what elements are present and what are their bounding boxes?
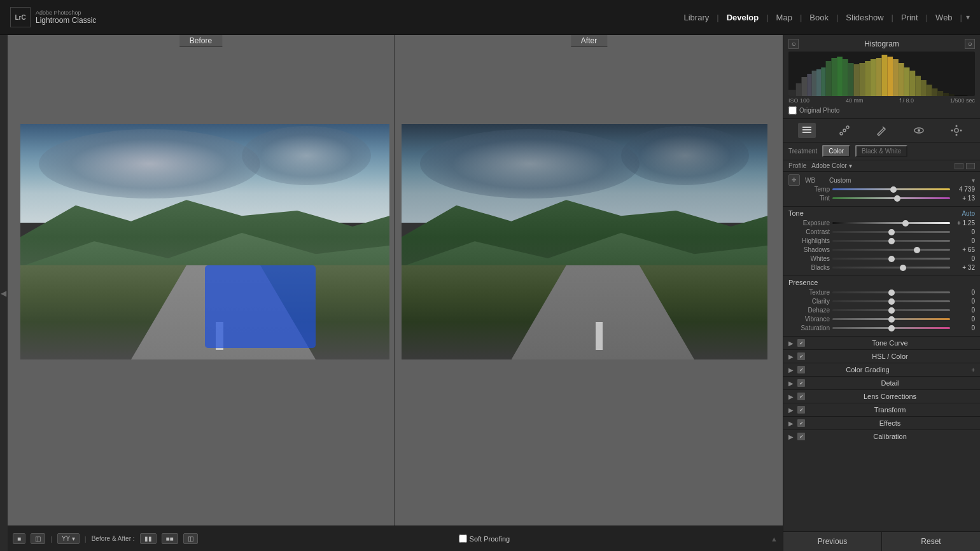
previous-button[interactable]: Previous bbox=[783, 532, 882, 551]
shadows-track[interactable] bbox=[832, 249, 950, 251]
color-treatment-btn[interactable]: Color bbox=[822, 145, 850, 157]
blacks-track[interactable] bbox=[832, 267, 950, 269]
effects-toggle[interactable]: ✔ bbox=[797, 419, 805, 427]
profile-list-btn[interactable] bbox=[966, 163, 975, 169]
svg-rect-15 bbox=[871, 59, 876, 96]
curve-panel-icon[interactable] bbox=[836, 123, 853, 138]
profile-value[interactable]: Adobe Color ▾ bbox=[811, 162, 851, 169]
texture-label: Texture bbox=[788, 289, 830, 296]
wb-eyedropper-icon[interactable]: ✛ bbox=[788, 174, 800, 186]
logo-box: LrC bbox=[10, 7, 31, 27]
nav-slideshow[interactable]: Slideshow bbox=[842, 10, 887, 25]
contrast-thumb[interactable] bbox=[888, 229, 895, 235]
basic-panel-icon[interactable] bbox=[798, 123, 816, 138]
temp-label: Temp bbox=[788, 186, 830, 193]
texture-thumb[interactable] bbox=[888, 289, 895, 296]
svg-rect-24 bbox=[921, 80, 927, 96]
hist-shadow-btn[interactable]: ⊙ bbox=[788, 39, 799, 49]
svg-rect-13 bbox=[859, 63, 865, 96]
tone-auto-btn[interactable]: Auto bbox=[962, 210, 975, 217]
profile-grid-btn[interactable] bbox=[955, 163, 963, 169]
nav-library[interactable]: Library bbox=[680, 10, 713, 25]
dehaze-thumb[interactable] bbox=[888, 307, 895, 314]
expand-btn[interactable]: ▲ bbox=[771, 535, 778, 543]
vibrance-thumb[interactable] bbox=[888, 316, 895, 323]
saturation-thumb[interactable] bbox=[888, 325, 895, 331]
svg-rect-32 bbox=[802, 127, 811, 128]
effects-row[interactable]: ▶ ✔ Effects bbox=[783, 416, 980, 429]
nav-develop[interactable]: Develop bbox=[723, 10, 763, 25]
nav-book[interactable]: Book bbox=[806, 10, 832, 25]
texture-value: 0 bbox=[953, 289, 975, 296]
highlights-track[interactable] bbox=[832, 240, 950, 242]
view-single-btn[interactable]: ■ bbox=[13, 533, 25, 544]
nav-web[interactable]: Web bbox=[932, 10, 956, 25]
vibrance-track[interactable] bbox=[832, 318, 950, 320]
before-image bbox=[20, 124, 389, 359]
tone-curve-toggle[interactable]: ✔ bbox=[797, 339, 805, 347]
eye-icon[interactable] bbox=[910, 123, 928, 138]
soft-proofing-checkbox[interactable] bbox=[459, 534, 467, 543]
hsl-row[interactable]: ▶ ✔ HSL / Color bbox=[783, 349, 980, 363]
settings-icon[interactable] bbox=[948, 123, 965, 138]
tone-curve-arrow: ▶ bbox=[788, 340, 794, 347]
contrast-track[interactable] bbox=[832, 231, 950, 233]
hist-iso: ISO 100 bbox=[788, 97, 809, 104]
hist-highlight-btn[interactable]: ⊙ bbox=[965, 39, 975, 49]
whites-thumb[interactable] bbox=[888, 256, 895, 262]
texture-track[interactable] bbox=[832, 291, 950, 293]
exposure-thumb[interactable] bbox=[902, 220, 909, 227]
svg-rect-1 bbox=[796, 83, 802, 96]
exposure-track[interactable] bbox=[832, 222, 950, 224]
detail-toggle[interactable]: ✔ bbox=[797, 379, 805, 387]
hsl-toggle[interactable]: ✔ bbox=[797, 352, 805, 360]
wb-dropdown-arrow[interactable]: ▾ bbox=[972, 177, 975, 184]
clarity-thumb[interactable] bbox=[888, 298, 895, 305]
shadows-thumb[interactable] bbox=[914, 247, 920, 253]
color-grading-row[interactable]: ▶ ✔ Color Grading + bbox=[783, 363, 980, 376]
calibration-row[interactable]: ▶ ✔ Calibration bbox=[783, 429, 980, 443]
hist-focal: 40 mm bbox=[846, 97, 864, 104]
histogram-title: Histogram bbox=[864, 39, 899, 48]
shadows-label: Shadows bbox=[788, 246, 830, 253]
histogram-header: ⊙ Histogram ⊙ bbox=[788, 39, 975, 49]
ba-btn2[interactable]: ■■ bbox=[162, 533, 178, 544]
detail-row[interactable]: ▶ ✔ Detail bbox=[783, 376, 980, 389]
color-grading-icon: + bbox=[971, 366, 975, 373]
whites-track[interactable] bbox=[832, 258, 950, 260]
transform-row[interactable]: ▶ ✔ Transform bbox=[783, 403, 980, 416]
original-photo-checkbox[interactable] bbox=[788, 106, 797, 115]
reset-button[interactable]: Reset bbox=[882, 532, 980, 551]
lens-toggle[interactable]: ✔ bbox=[797, 393, 805, 400]
right-panel: ⊙ Histogram ⊙ bbox=[783, 35, 980, 551]
highlights-thumb[interactable] bbox=[888, 238, 895, 244]
dehaze-track[interactable] bbox=[832, 309, 950, 311]
blacks-thumb[interactable] bbox=[900, 265, 906, 271]
tone-curve-row[interactable]: ▶ ✔ Tone Curve bbox=[783, 336, 980, 349]
tint-slider-thumb[interactable] bbox=[894, 195, 900, 202]
ba-btn3[interactable]: ◫ bbox=[183, 533, 198, 544]
svg-point-37 bbox=[846, 126, 849, 129]
nav-print[interactable]: Print bbox=[897, 10, 922, 25]
svg-rect-27 bbox=[937, 91, 943, 96]
nav-map[interactable]: Map bbox=[773, 10, 796, 25]
saturation-track[interactable] bbox=[832, 327, 950, 329]
tint-slider-track[interactable] bbox=[832, 197, 950, 199]
treatment-label: Treatment bbox=[788, 148, 817, 155]
transform-toggle[interactable]: ✔ bbox=[797, 406, 805, 414]
view-yy-btn[interactable]: YY ▾ bbox=[57, 533, 80, 544]
svg-rect-28 bbox=[943, 93, 949, 96]
temp-slider-thumb[interactable] bbox=[890, 186, 897, 193]
temp-slider-track[interactable] bbox=[832, 188, 950, 190]
ba-btn1[interactable]: ▮▮ bbox=[140, 533, 157, 544]
lens-corrections-row[interactable]: ▶ ✔ Lens Corrections bbox=[783, 389, 980, 403]
calibration-toggle[interactable]: ✔ bbox=[797, 433, 805, 440]
color-grading-toggle[interactable]: ✔ bbox=[797, 366, 805, 373]
svg-rect-23 bbox=[915, 76, 921, 96]
clarity-track[interactable] bbox=[832, 300, 950, 302]
brush-icon[interactable] bbox=[872, 123, 890, 138]
bw-treatment-btn[interactable]: Black & White bbox=[855, 145, 907, 157]
whites-label: Whites bbox=[788, 255, 830, 262]
view-grid-btn[interactable]: ◫ bbox=[31, 533, 45, 544]
hist-aperture: f / 8.0 bbox=[899, 97, 914, 104]
